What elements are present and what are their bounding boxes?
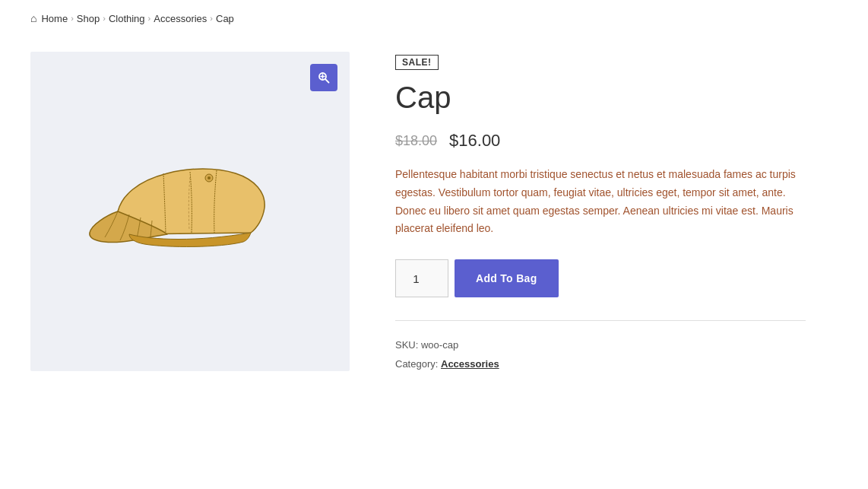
original-price: $18.00 bbox=[395, 133, 437, 149]
breadcrumb-sep-1: › bbox=[71, 14, 74, 23]
product-details: SALE! Cap $18.00 $16.00 Pellentesque hab… bbox=[395, 52, 806, 374]
breadcrumb-sep-4: › bbox=[210, 14, 213, 23]
sale-badge: SALE! bbox=[395, 55, 439, 70]
product-meta: SKU: woo-cap Category: Accessories bbox=[395, 336, 806, 373]
product-image-wrapper bbox=[30, 52, 350, 371]
quantity-input[interactable] bbox=[395, 259, 448, 297]
product-image bbox=[76, 128, 304, 295]
breadcrumb-home[interactable]: Home bbox=[41, 13, 68, 24]
sale-price: $16.00 bbox=[449, 131, 500, 151]
meta-divider bbox=[395, 320, 806, 321]
zoom-icon bbox=[318, 71, 330, 84]
category-link[interactable]: Accessories bbox=[441, 358, 499, 370]
breadcrumb-accessories[interactable]: Accessories bbox=[154, 13, 207, 24]
product-description: Pellentesque habitant morbi tristique se… bbox=[395, 166, 806, 238]
sku-value: woo-cap bbox=[421, 339, 458, 351]
product-container: SALE! Cap $18.00 $16.00 Pellentesque hab… bbox=[0, 37, 836, 405]
breadcrumb: ⌂ Home › Shop › Clothing › Accessories ›… bbox=[0, 0, 868, 37]
breadcrumb-clothing[interactable]: Clothing bbox=[109, 13, 145, 24]
product-title: Cap bbox=[395, 79, 806, 116]
svg-point-5 bbox=[207, 176, 211, 179]
sku-row: SKU: woo-cap bbox=[395, 336, 806, 355]
add-to-cart-row: Add To Bag bbox=[395, 259, 806, 297]
svg-line-1 bbox=[325, 79, 329, 83]
category-row: Category: Accessories bbox=[395, 355, 806, 374]
sku-label: SKU: bbox=[395, 339, 418, 351]
breadcrumb-sep-3: › bbox=[148, 14, 151, 23]
add-to-bag-button[interactable]: Add To Bag bbox=[455, 259, 559, 297]
category-label: Category: bbox=[395, 358, 438, 370]
breadcrumb-shop[interactable]: Shop bbox=[77, 13, 100, 24]
price-wrapper: $18.00 $16.00 bbox=[395, 131, 806, 151]
home-icon: ⌂ bbox=[30, 12, 36, 24]
zoom-button[interactable] bbox=[310, 64, 337, 91]
breadcrumb-current: Cap bbox=[216, 13, 234, 24]
breadcrumb-sep-2: › bbox=[103, 14, 106, 23]
